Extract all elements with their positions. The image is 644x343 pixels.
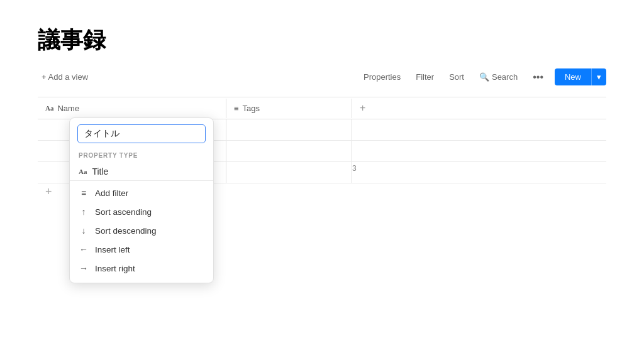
new-button-container: New ▾ xyxy=(555,68,606,85)
property-type-label: PROPERTY TYPE xyxy=(70,150,213,163)
column-settings-popup: PROPERTY TYPE Aa Title ≡ Add filter ↑ So… xyxy=(69,117,214,283)
add-row-icon: + xyxy=(45,186,52,197)
column-tags[interactable]: ≡ Tags xyxy=(226,99,352,118)
filter-button[interactable]: Filter xyxy=(412,70,438,84)
sort-ascending-icon: ↑ xyxy=(79,207,89,217)
table-container: Aa Name ≡ Tags + 3 xyxy=(38,97,606,200)
search-label: Search xyxy=(492,72,518,82)
add-row-button[interactable]: + xyxy=(38,183,60,200)
row-cell-tags[interactable] xyxy=(226,119,352,140)
new-dropdown-button[interactable]: ▾ xyxy=(591,68,606,85)
row-cell-empty xyxy=(352,141,606,161)
menu-item-sort-descending[interactable]: ↓ Sort descending xyxy=(70,221,213,240)
add-view-button[interactable]: + Add a view xyxy=(38,70,92,84)
insert-right-label: Insert right xyxy=(95,264,135,273)
toolbar: + Add a view Properties Filter Sort 🔍 Se… xyxy=(38,68,606,90)
sort-button[interactable]: Sort xyxy=(445,70,468,84)
menu-item-add-filter[interactable]: ≡ Add filter xyxy=(70,183,213,202)
row-cell-tags[interactable] xyxy=(226,162,352,183)
search-icon: 🔍 xyxy=(479,72,489,82)
tags-col-icon: ≡ xyxy=(234,104,239,113)
column-name[interactable]: Aa Name xyxy=(38,99,226,118)
properties-button[interactable]: Properties xyxy=(360,70,404,84)
more-options-button[interactable]: ••• xyxy=(529,69,547,85)
menu-item-insert-left[interactable]: ← Insert left xyxy=(70,240,213,259)
sort-descending-label: Sort descending xyxy=(95,226,157,236)
search-button[interactable]: 🔍 Search xyxy=(475,70,521,84)
menu-item-insert-right[interactable]: → Insert right xyxy=(70,259,213,278)
row-cell-tags[interactable] xyxy=(226,141,352,161)
add-filter-label: Add filter xyxy=(95,188,128,198)
page-title: 議事録 xyxy=(38,25,606,56)
column-name-input[interactable] xyxy=(77,124,206,143)
toolbar-left: + Add a view xyxy=(38,70,92,84)
title-type-label: Title xyxy=(92,166,108,177)
insert-right-icon: → xyxy=(79,263,89,273)
sort-ascending-label: Sort ascending xyxy=(95,207,152,217)
add-column-button[interactable]: + xyxy=(352,97,373,119)
insert-left-label: Insert left xyxy=(95,245,130,254)
row-number-badge: 3 xyxy=(352,164,357,173)
table-header: Aa Name ≡ Tags + xyxy=(38,97,606,119)
popup-input-wrapper xyxy=(70,124,213,150)
sort-descending-icon: ↓ xyxy=(79,226,89,236)
insert-left-icon: ← xyxy=(79,244,89,254)
add-filter-icon: ≡ xyxy=(79,188,89,198)
tags-col-label: Tags xyxy=(243,104,260,113)
title-type-icon: Aa xyxy=(79,168,87,175)
row-cell-empty: 3 xyxy=(352,162,606,183)
name-col-label: Name xyxy=(57,104,79,113)
name-col-icon: Aa xyxy=(45,104,53,112)
new-button[interactable]: New xyxy=(555,68,591,85)
toolbar-right: Properties Filter Sort 🔍 Search ••• New … xyxy=(360,68,606,85)
row-cell-empty xyxy=(352,119,606,140)
property-type-title[interactable]: Aa Title xyxy=(70,163,213,181)
menu-item-sort-ascending[interactable]: ↑ Sort ascending xyxy=(70,202,213,221)
